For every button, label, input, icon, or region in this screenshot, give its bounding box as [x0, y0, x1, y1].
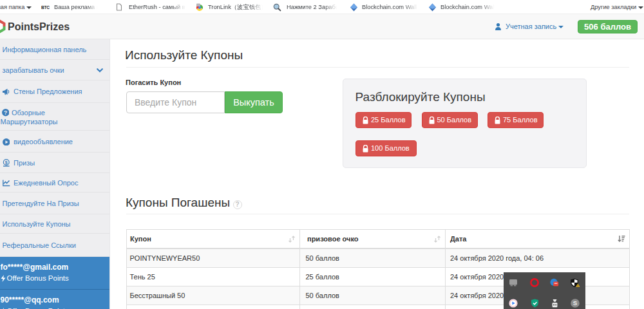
svg-text:$: $	[5, 160, 7, 165]
svg-text:S: S	[573, 299, 577, 306]
svg-text:?: ?	[4, 109, 7, 116]
